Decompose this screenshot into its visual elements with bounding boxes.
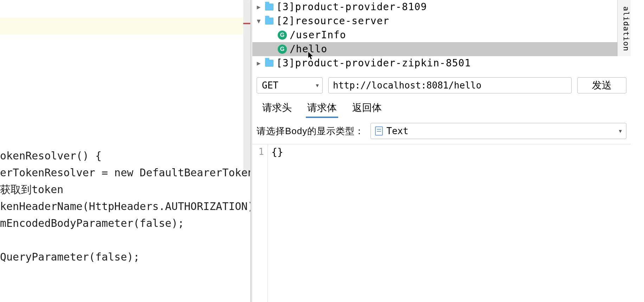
error-stripe-mark[interactable]: [243, 23, 250, 24]
folder-icon: [265, 4, 273, 11]
text-file-icon: [375, 126, 383, 136]
tree-item-label: [3]product-provider-8109: [276, 0, 427, 14]
tree-item-label: /hello: [290, 42, 327, 56]
tree-item-label: [2]resource-server: [276, 14, 389, 28]
tab-返回体[interactable]: 返回体: [351, 99, 383, 118]
api-tree[interactable]: ▶[3]product-provider-8109▼[2]resource-se…: [252, 0, 631, 70]
http-get-icon: G: [278, 45, 287, 54]
send-button[interactable]: 发送: [577, 77, 626, 93]
rest-client-panel: ▶[3]product-provider-8109▼[2]resource-se…: [252, 0, 631, 302]
code-editor[interactable]: okenResolver() { erTokenResolver = new D…: [0, 0, 250, 302]
tab-请求头[interactable]: 请求头: [261, 99, 293, 118]
code-text[interactable]: okenResolver() { erTokenResolver = new D…: [0, 147, 250, 265]
body-type-row: 请选择Body的显示类型： Text ▼: [252, 118, 631, 144]
tree-item-label: [3]product-provider-zipkin-8501: [276, 56, 471, 70]
tree-item-label: /userInfo: [290, 28, 346, 42]
side-tab-validation[interactable]: alidation: [617, 0, 631, 56]
tree-endpoint[interactable]: G/userInfo: [252, 28, 631, 42]
folder-icon: [265, 18, 273, 25]
http-get-icon: G: [278, 31, 287, 40]
editor-highlight-line: [0, 18, 245, 34]
folder-icon: [265, 60, 273, 67]
http-method-value: GET: [262, 80, 278, 91]
body-type-label: 请选择Body的显示类型：: [257, 125, 364, 137]
request-bar: GET ▼ 发送: [252, 70, 631, 98]
url-input[interactable]: [328, 77, 572, 93]
body-type-value: Text: [386, 126, 408, 136]
request-tabs: 请求头请求体返回体: [252, 98, 631, 118]
twisty-open-icon[interactable]: ▼: [255, 14, 262, 28]
tab-请求体[interactable]: 请求体: [306, 99, 338, 118]
twisty-closed-icon[interactable]: ▶: [255, 56, 262, 70]
tree-folder[interactable]: ▼[2]resource-server: [252, 14, 631, 28]
tree-folder[interactable]: ▶[3]product-provider-zipkin-8501: [252, 56, 631, 70]
twisty-closed-icon[interactable]: ▶: [255, 0, 262, 14]
body-editor[interactable]: 1 {}: [252, 144, 631, 302]
body-gutter: 1: [252, 144, 268, 302]
body-content[interactable]: {}: [268, 144, 287, 302]
http-method-dropdown[interactable]: GET ▼: [257, 77, 323, 93]
chevron-down-icon: ▼: [316, 83, 319, 88]
tree-endpoint[interactable]: G/hello: [252, 42, 631, 56]
body-type-dropdown[interactable]: Text ▼: [371, 123, 626, 139]
chevron-down-icon: ▼: [619, 128, 622, 134]
tree-folder[interactable]: ▶[3]product-provider-8109: [252, 0, 631, 14]
